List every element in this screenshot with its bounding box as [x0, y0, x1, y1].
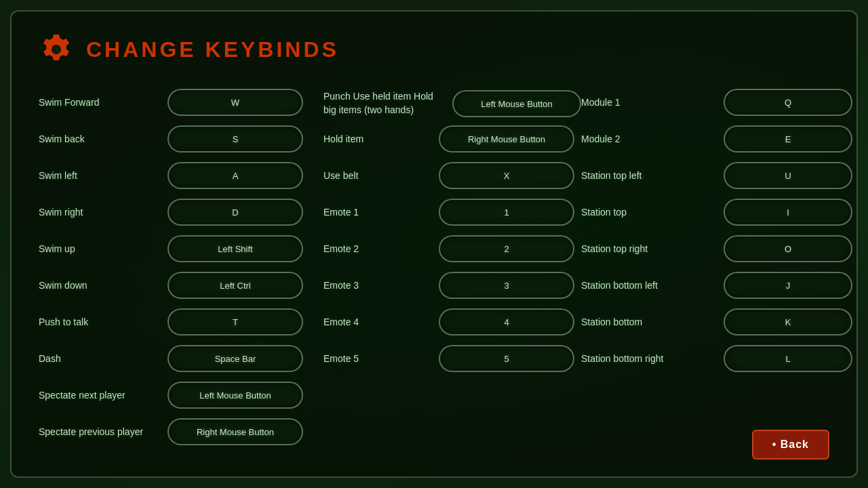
- table-row: Dash Space Bar: [39, 344, 323, 373]
- keybind-label: Swim down: [39, 280, 161, 291]
- table-row: Emote 1 1: [323, 197, 581, 227]
- keybind-label: Punch Use held item Hold big items (two …: [323, 90, 446, 117]
- table-row: Spectate previous player Right Mouse But…: [39, 417, 323, 447]
- keybind-label: Emote 2: [323, 243, 432, 254]
- table-row: Push to talk T: [39, 307, 323, 337]
- table-row: Spectate next player Left Mouse Button: [39, 380, 323, 410]
- keybind-label: Station bottom left: [581, 280, 717, 291]
- table-row: Station bottom left J: [581, 270, 868, 300]
- keybind-button[interactable]: Right Mouse Button: [167, 418, 303, 445]
- table-row: Emote 2 2: [323, 234, 581, 264]
- keybind-label: Dash: [39, 353, 161, 364]
- table-row: Station top right O: [581, 234, 868, 264]
- keybind-button[interactable]: A: [167, 162, 303, 189]
- table-row: Station top left U: [581, 161, 868, 190]
- keybind-label: Spectate next player: [39, 390, 161, 401]
- back-button[interactable]: • Back: [752, 430, 829, 460]
- keybind-button[interactable]: Right Mouse Button: [439, 125, 574, 152]
- keybind-button[interactable]: 5: [439, 345, 574, 372]
- table-row: Module 1 Q: [581, 87, 868, 117]
- page-title: CHANGE KEYBINDS: [86, 37, 339, 62]
- svg-point-0: [52, 45, 61, 54]
- keybind-button[interactable]: Left Mouse Button: [167, 382, 303, 409]
- keybind-label: Emote 3: [323, 280, 432, 291]
- keybind-button[interactable]: O: [724, 235, 852, 262]
- keybinds-columns: Swim Forward W Swim back S Swim left A S…: [39, 87, 829, 447]
- keybind-label: Swim back: [39, 134, 161, 144]
- keybind-button[interactable]: Left Ctrl: [167, 272, 303, 299]
- main-panel: CHANGE KEYBINDS Swim Forward W Swim back…: [10, 10, 858, 478]
- table-row: Emote 4 4: [323, 307, 581, 337]
- keybind-button[interactable]: I: [724, 199, 852, 226]
- keybind-label: Hold item: [323, 134, 432, 144]
- keybind-button[interactable]: Q: [724, 89, 852, 116]
- gear-icon: [39, 32, 74, 67]
- keybind-button[interactable]: 1: [439, 199, 574, 226]
- keybind-button[interactable]: U: [724, 162, 852, 189]
- keybind-label: Station bottom: [581, 317, 717, 327]
- column-modules: Module 1 Q Module 2 E Station top left U…: [581, 87, 868, 447]
- header: CHANGE KEYBINDS: [39, 32, 829, 67]
- keybind-button[interactable]: W: [167, 89, 303, 116]
- keybind-label: Module 1: [581, 97, 717, 108]
- column-movement: Swim Forward W Swim back S Swim left A S…: [39, 87, 323, 447]
- keybind-button[interactable]: K: [724, 308, 852, 336]
- keybind-button[interactable]: Left Mouse Button: [452, 90, 581, 117]
- table-row: Emote 3 3: [323, 270, 581, 300]
- table-row: Use belt X: [323, 161, 581, 190]
- table-row: Swim Forward W: [39, 87, 323, 117]
- table-row: Station bottom K: [581, 307, 868, 337]
- keybind-button[interactable]: 4: [439, 308, 574, 336]
- keybind-label: Swim up: [39, 243, 161, 254]
- column-actions: Punch Use held item Hold big items (two …: [323, 87, 581, 447]
- keybind-label: Emote 4: [323, 317, 432, 327]
- table-row: Punch Use held item Hold big items (two …: [323, 87, 581, 117]
- keybind-label: Push to talk: [39, 317, 161, 327]
- keybind-label: Swim left: [39, 170, 161, 181]
- keybind-button[interactable]: S: [167, 125, 303, 152]
- keybind-button[interactable]: T: [167, 308, 303, 336]
- keybind-label: Station top: [581, 207, 717, 218]
- keybind-label: Station top left: [581, 170, 717, 181]
- table-row: Swim up Left Shift: [39, 234, 323, 264]
- table-row: Station top I: [581, 197, 868, 227]
- keybind-label: Use belt: [323, 170, 432, 181]
- table-row: Hold item Right Mouse Button: [323, 124, 581, 154]
- table-row: Swim right D: [39, 197, 323, 227]
- table-row: Emote 5 5: [323, 344, 581, 373]
- keybind-label: Module 2: [581, 134, 717, 144]
- keybind-button[interactable]: E: [724, 125, 852, 152]
- table-row: Swim down Left Ctrl: [39, 270, 323, 300]
- keybind-button[interactable]: 2: [439, 235, 574, 262]
- table-row: Module 2 E: [581, 124, 868, 154]
- keybind-label: Swim Forward: [39, 97, 161, 108]
- keybind-label: Station top right: [581, 243, 717, 254]
- keybind-label: Station bottom right: [581, 353, 717, 364]
- table-row: Swim left A: [39, 161, 323, 190]
- keybind-label: Swim right: [39, 207, 161, 218]
- keybind-button[interactable]: Left Shift: [167, 235, 303, 262]
- keybind-label: Emote 5: [323, 353, 432, 364]
- keybind-button[interactable]: Space Bar: [167, 345, 303, 372]
- table-row: Swim back S: [39, 124, 323, 154]
- keybind-button[interactable]: D: [167, 199, 303, 226]
- keybind-button[interactable]: X: [439, 162, 574, 189]
- keybind-label: Spectate previous player: [39, 426, 161, 437]
- keybind-button[interactable]: J: [724, 272, 852, 299]
- keybind-button[interactable]: 3: [439, 272, 574, 299]
- keybind-button[interactable]: L: [724, 345, 852, 372]
- table-row: Station bottom right L: [581, 344, 868, 373]
- keybind-label: Emote 1: [323, 207, 432, 218]
